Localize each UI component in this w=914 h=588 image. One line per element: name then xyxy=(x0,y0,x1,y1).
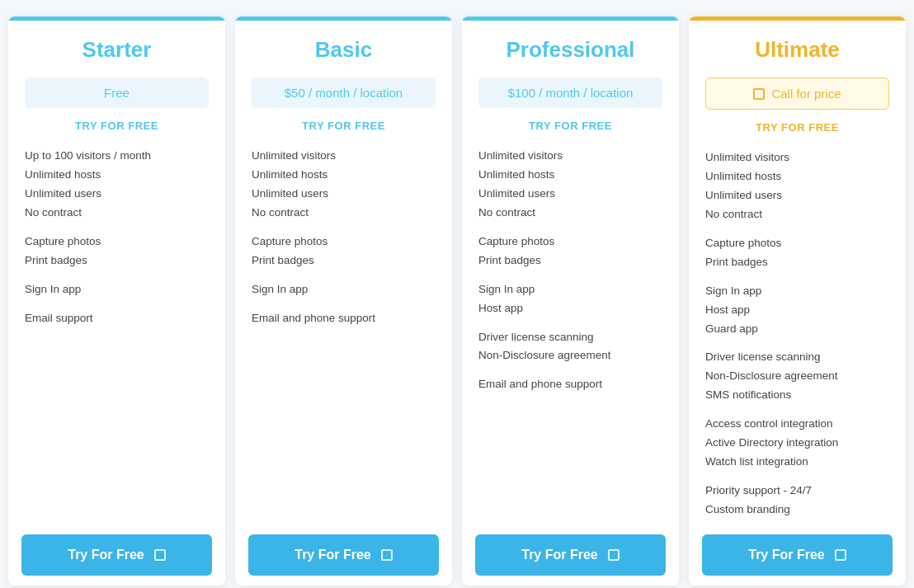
plan-footer-professional: Try For Free xyxy=(462,524,679,586)
pricing-container: StarterFreeTRY FOR FREEUp to 100 visitor… xyxy=(8,8,906,588)
feature-item: Unlimited users xyxy=(25,185,209,204)
plan-name-starter: Starter xyxy=(25,37,209,63)
feature-item: No contract xyxy=(478,204,662,223)
feature-item: Email support xyxy=(25,309,209,328)
feature-item: Sign In app xyxy=(252,280,436,299)
feature-item: No contract xyxy=(252,204,436,223)
cta-button-basic[interactable]: Try For Free xyxy=(248,534,439,576)
cta-button-label: Try For Free xyxy=(294,548,370,562)
feature-item: Host app xyxy=(705,301,889,320)
feature-item: Sign In app xyxy=(25,280,209,299)
cta-button-professional[interactable]: Try For Free xyxy=(475,534,666,576)
feature-item: No contract xyxy=(25,204,209,223)
feature-item: Unlimited hosts xyxy=(252,166,436,185)
feature-item: Priority support - 24/7 xyxy=(705,482,889,501)
plan-features-professional: Unlimited visitorsUnlimited hostsUnlimit… xyxy=(478,147,662,520)
feature-item: Capture photos xyxy=(252,233,436,252)
plan-features-starter: Up to 100 visitors / monthUnlimited host… xyxy=(25,147,209,520)
feature-item: Custom branding xyxy=(705,501,889,520)
feature-item: Unlimited hosts xyxy=(25,166,209,185)
price-icon xyxy=(753,88,765,100)
plan-card-starter: StarterFreeTRY FOR FREEUp to 100 visitor… xyxy=(8,16,225,586)
plan-footer-starter: Try For Free xyxy=(8,524,225,586)
plan-body-ultimate: UltimateCall for priceTRY FOR FREEUnlimi… xyxy=(689,21,906,586)
feature-item: Capture photos xyxy=(25,233,209,252)
feature-item: Unlimited visitors xyxy=(478,147,662,166)
feature-item: Unlimited hosts xyxy=(478,166,662,185)
feature-item: Unlimited visitors xyxy=(705,148,889,167)
feature-item: Guard app xyxy=(705,320,889,339)
feature-item: Access control integration xyxy=(705,415,889,434)
plan-price-starter: Free xyxy=(25,78,209,108)
feature-item: Unlimited hosts xyxy=(705,167,889,186)
plan-card-basic: Basic$50 / month / locationTRY FOR FREEU… xyxy=(235,16,452,586)
plan-card-ultimate: UltimateCall for priceTRY FOR FREEUnlimi… xyxy=(689,16,906,586)
cta-button-icon xyxy=(608,549,620,561)
feature-item: Sign In app xyxy=(478,280,662,299)
feature-item: Email and phone support xyxy=(478,375,662,394)
plan-body-professional: Professional$100 / month / locationTRY F… xyxy=(462,21,679,586)
feature-item: Active Directory integration xyxy=(705,434,889,453)
plan-try-link-starter[interactable]: TRY FOR FREE xyxy=(25,120,209,132)
cta-button-icon xyxy=(835,549,846,561)
plan-card-professional: Professional$100 / month / locationTRY F… xyxy=(462,16,679,586)
plan-features-ultimate: Unlimited visitorsUnlimited hostsUnlimit… xyxy=(705,148,889,520)
feature-item: Unlimited users xyxy=(705,186,889,205)
feature-item: Non-Disclosure agreement xyxy=(705,367,889,386)
feature-item: Capture photos xyxy=(478,233,662,252)
cta-button-icon xyxy=(381,549,393,561)
feature-item: Email and phone support xyxy=(252,309,436,328)
feature-item: Print badges xyxy=(252,252,436,270)
plan-body-starter: StarterFreeTRY FOR FREEUp to 100 visitor… xyxy=(8,21,225,586)
plan-name-basic: Basic xyxy=(252,37,436,63)
cta-button-icon xyxy=(154,549,166,561)
cta-button-starter[interactable]: Try For Free xyxy=(21,534,212,576)
feature-item: Non-Disclosure agreement xyxy=(478,346,662,365)
plan-try-link-ultimate[interactable]: TRY FOR FREE xyxy=(705,121,889,134)
plan-name-professional: Professional xyxy=(478,37,662,63)
plan-body-basic: Basic$50 / month / locationTRY FOR FREEU… xyxy=(235,21,452,586)
plan-price-professional: $100 / month / location xyxy=(478,78,662,108)
plan-footer-basic: Try For Free xyxy=(235,524,452,586)
feature-item: SMS notifications xyxy=(705,386,889,405)
plan-try-link-professional[interactable]: TRY FOR FREE xyxy=(478,120,662,132)
plan-price-ultimate: Call for price xyxy=(705,78,889,110)
cta-button-label: Try For Free xyxy=(68,548,144,562)
feature-item: Up to 100 visitors / month xyxy=(25,147,209,166)
feature-item: Host app xyxy=(478,299,662,318)
feature-item: Print badges xyxy=(478,252,662,270)
plan-price-basic: $50 / month / location xyxy=(252,78,436,108)
cta-button-label: Try For Free xyxy=(521,548,597,562)
feature-item: Watch list integration xyxy=(705,453,889,472)
feature-item: Unlimited visitors xyxy=(252,147,436,166)
feature-item: Driver license scanning xyxy=(478,328,662,347)
price-text: Call for price xyxy=(771,87,841,101)
feature-item: Driver license scanning xyxy=(705,348,889,367)
plan-footer-ultimate: Try For Free xyxy=(689,524,906,586)
feature-item: No contract xyxy=(705,205,889,224)
feature-item: Print badges xyxy=(705,253,889,272)
feature-item: Print badges xyxy=(25,252,209,270)
plan-try-link-basic[interactable]: TRY FOR FREE xyxy=(252,120,436,132)
cta-button-ultimate[interactable]: Try For Free xyxy=(702,534,893,576)
plan-name-ultimate: Ultimate xyxy=(705,37,889,63)
feature-item: Capture photos xyxy=(705,234,889,253)
feature-item: Unlimited users xyxy=(478,185,662,204)
feature-item: Sign In app xyxy=(705,282,889,301)
feature-item: Unlimited users xyxy=(252,185,436,204)
plan-features-basic: Unlimited visitorsUnlimited hostsUnlimit… xyxy=(252,147,436,520)
cta-button-label: Try For Free xyxy=(748,548,824,562)
